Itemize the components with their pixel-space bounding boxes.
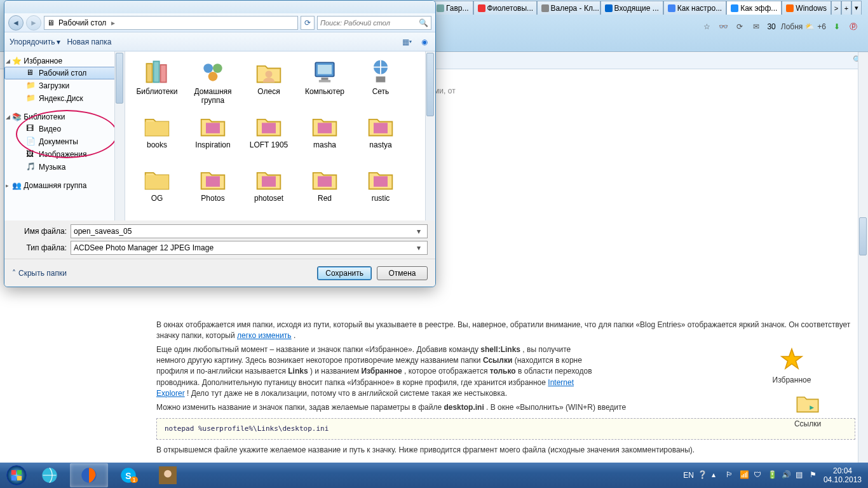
file-item[interactable]: Red — [297, 162, 353, 215]
star-icon[interactable]: ☆ — [701, 21, 712, 32]
tray-up-icon[interactable]: ▴ — [712, 470, 722, 480]
file-item[interactable]: books — [129, 109, 185, 162]
file-item[interactable] — [353, 215, 409, 220]
file-item[interactable]: Олеся — [241, 55, 297, 109]
organize-button[interactable]: Упорядочить ▾ — [10, 37, 60, 46]
tab-6[interactable]: Windows — [782, 1, 831, 15]
pinterest-icon[interactable]: ⓟ — [848, 21, 859, 32]
tab-4[interactable]: Как настро... — [663, 1, 726, 15]
file-item[interactable]: OG — [129, 162, 185, 215]
favorites-header[interactable]: ◢⭐ Избранное — [4, 55, 125, 67]
svg-rect-0 — [147, 64, 153, 82]
search-box[interactable]: 🔍 — [317, 16, 431, 30]
file-item[interactable] — [129, 215, 185, 220]
libraries-header[interactable]: ◢📚 Библиотеки — [4, 111, 125, 123]
tray-icon[interactable]: ▤ — [796, 470, 806, 480]
hide-folders-link[interactable]: ˄Скрыть папки — [12, 269, 67, 278]
network-icon[interactable]: 📶 — [740, 470, 750, 480]
help-tray-icon[interactable]: ❔ — [698, 470, 708, 480]
start-button[interactable] — [4, 463, 29, 488]
scrollbar-thumb[interactable] — [859, 217, 867, 255]
scrollbar-thumb[interactable] — [116, 53, 123, 104]
download-icon[interactable]: ⬇ — [831, 21, 843, 32]
chevron-right-icon[interactable]: ▸ — [110, 18, 116, 27]
flag-icon[interactable]: 🏳 — [726, 470, 736, 480]
chevron-down-icon[interactable]: ▾ — [413, 243, 424, 252]
sidebar-item-pictures[interactable]: 🖼Изображения — [4, 148, 125, 161]
file-item[interactable]: photoset — [241, 162, 297, 215]
file-item[interactable]: masha — [297, 109, 353, 162]
tab-5[interactable]: Как эфф... — [726, 1, 782, 15]
nav-forward-button[interactable]: ► — [26, 15, 41, 30]
clock[interactable]: 20:04 04.10.2013 — [824, 466, 862, 485]
shield-icon[interactable]: 🛡 — [754, 470, 764, 480]
cancel-button[interactable]: Отмена — [377, 266, 428, 280]
refresh-button[interactable]: ⟳ — [301, 16, 315, 30]
save-button[interactable]: Сохранить — [317, 266, 372, 280]
tab-add[interactable]: + — [841, 1, 851, 15]
tab-2[interactable]: Валера - Кл... — [537, 1, 600, 15]
dialog-titlebar[interactable] — [4, 1, 435, 13]
file-item[interactable]: Библиотеки — [129, 55, 185, 109]
file-item[interactable]: Inspiration — [185, 109, 241, 162]
task-firefox[interactable] — [70, 463, 108, 487]
page-scrollbar[interactable] — [858, 52, 868, 463]
tab-label: Как настро... — [677, 4, 722, 13]
filetype-combo[interactable]: ACDSee Photo Manager 12 JPEG Image ▾ — [71, 241, 428, 255]
battery-icon[interactable]: 🔋 — [768, 470, 778, 480]
nav-back-button[interactable]: ◄ — [8, 15, 24, 30]
breadcrumb[interactable]: 🖥 Рабочий стол ▸ — [44, 16, 298, 30]
file-item[interactable]: Photos — [185, 162, 241, 215]
new-folder-button[interactable]: Новая папка — [67, 37, 111, 46]
filename-input[interactable] — [74, 227, 413, 236]
tab-scroll-right[interactable]: > — [831, 1, 841, 15]
task-skype[interactable]: S1 — [109, 463, 147, 487]
sidebar-item-downloads[interactable]: 📁Загрузки — [4, 79, 125, 92]
file-item[interactable]: Домашняя группа — [185, 55, 241, 109]
tab-1[interactable]: Фиолетовы... — [473, 1, 537, 15]
view-button[interactable]: ▦▾ — [401, 36, 412, 48]
file-item[interactable] — [241, 215, 297, 220]
file-item[interactable]: rustic — [353, 162, 409, 215]
help-button[interactable]: ◉ — [419, 36, 430, 48]
tab-menu[interactable]: ▾ — [851, 1, 862, 15]
glasses-icon[interactable]: 👓 — [717, 21, 729, 32]
tab-0[interactable]: Гавр... — [432, 1, 473, 15]
file-item[interactable]: Сеть — [353, 55, 409, 109]
filelist-scrollbar[interactable] — [425, 51, 435, 220]
sidebar-item-video[interactable]: 🎞Видео — [4, 123, 125, 135]
file-item[interactable]: nastya — [353, 109, 409, 162]
favicon — [731, 4, 738, 12]
sidebar-item-desktop[interactable]: 🖥Рабочий стол — [4, 67, 125, 79]
lang-indicator[interactable]: EN — [683, 471, 694, 480]
file-list[interactable]: БиблиотекиДомашняя группаОлесяКомпьютерС… — [125, 51, 435, 220]
svg-point-3 — [203, 64, 213, 73]
task-app[interactable] — [149, 463, 187, 487]
scrollbar-thumb[interactable] — [426, 53, 434, 116]
sidebar-scrollbar[interactable] — [114, 51, 125, 220]
file-item[interactable]: LOFT 1905 — [241, 109, 297, 162]
search-icon[interactable]: 🔍 — [419, 18, 428, 27]
tray-icon[interactable]: ⚑ — [810, 470, 820, 480]
svg-rect-2 — [161, 65, 166, 83]
breadcrumb-segment[interactable]: Рабочий стол — [55, 18, 110, 27]
tab-3[interactable]: Входящие ... — [600, 1, 663, 15]
sidebar-item-yandex[interactable]: 📁Яндекс.Диск — [4, 92, 125, 105]
sidebar-item-music[interactable]: 🎵Музыка — [4, 161, 125, 173]
file-item[interactable]: Компьютер — [297, 55, 353, 109]
link-change-icon[interactable]: легко изменить — [237, 331, 292, 340]
file-item[interactable] — [185, 215, 241, 220]
sidebar-item-documents[interactable]: 📄Документы — [4, 135, 125, 148]
filename-combo[interactable]: ▾ — [71, 224, 428, 238]
chevron-down-icon[interactable]: ▾ — [413, 227, 424, 236]
mail-icon[interactable]: ✉ — [750, 21, 762, 32]
volume-icon[interactable]: 🔊 — [782, 470, 792, 480]
task-ie[interactable] — [31, 463, 69, 487]
favicon — [786, 4, 794, 12]
reload-icon[interactable]: ⟳ — [734, 21, 745, 32]
file-item[interactable] — [297, 215, 353, 220]
search-input[interactable] — [320, 19, 419, 27]
network-icon — [367, 58, 395, 86]
weather-widget[interactable]: Лобня ⛅ +6 — [781, 22, 826, 31]
homegroup-header[interactable]: ▸👥 Домашняя группа — [4, 180, 125, 191]
